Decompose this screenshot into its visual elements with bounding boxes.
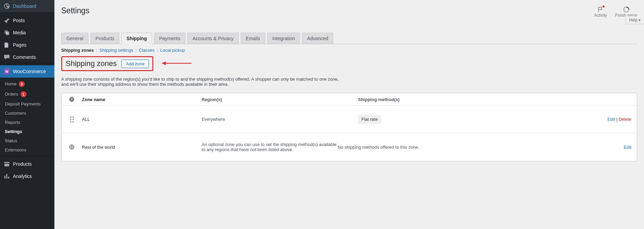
media-icon xyxy=(3,29,10,36)
edit-link[interactable]: Edit xyxy=(624,145,631,150)
svg-text:?: ? xyxy=(71,97,73,101)
sidebar-item-products[interactable]: Products xyxy=(0,158,54,170)
sublink-settings[interactable]: Shipping settings xyxy=(100,48,133,53)
tab-emails[interactable]: Emails xyxy=(241,33,265,44)
badge: 3 xyxy=(19,81,25,87)
admin-sidebar: Dashboard Posts Media Pages Comments W W… xyxy=(0,0,54,229)
help-tab[interactable]: Help xyxy=(625,16,644,24)
progress-icon xyxy=(623,6,630,13)
sidebar-label: Products xyxy=(13,161,32,167)
sublink-local-pickup[interactable]: Local pickup xyxy=(160,48,185,53)
table-row: ALL Everywhere Flat rate Edit | Delete xyxy=(62,105,637,133)
section-heading: Shipping zones xyxy=(66,59,117,68)
woo-sub-deposit[interactable]: Deposit Payments xyxy=(0,99,54,109)
zones-table: ? Zone name Region(s) Shipping method(s)… xyxy=(61,93,637,161)
sidebar-item-posts[interactable]: Posts xyxy=(0,14,54,27)
badge: 1 xyxy=(20,91,27,97)
tab-advanced[interactable]: Advanced xyxy=(302,33,333,44)
tab-payments[interactable]: Payments xyxy=(154,33,185,44)
sidebar-label: Dashboard xyxy=(13,3,36,9)
sidebar-label: Comments xyxy=(13,54,36,60)
flag-icon xyxy=(597,6,604,13)
zone-method: Flat rate xyxy=(358,115,591,124)
add-zone-button[interactable]: Add zone xyxy=(121,60,149,68)
notification-dot xyxy=(603,5,605,7)
topbar: Settings Activity Finish setup xyxy=(61,0,637,21)
annotation-highlight: Shipping zones Add zone xyxy=(61,56,153,71)
table-header: ? Zone name Region(s) Shipping method(s) xyxy=(62,93,637,105)
woo-sub-status[interactable]: Status xyxy=(0,136,54,145)
comments-icon xyxy=(3,54,10,61)
zone-name: Rest of the world xyxy=(82,145,202,150)
shipping-sublinks: Shipping zones | Shipping settings | Cla… xyxy=(61,44,637,56)
zone-name: ALL xyxy=(82,117,202,122)
sidebar-label: WooCommerce xyxy=(13,69,46,74)
sidebar-item-pages[interactable]: Pages xyxy=(0,39,54,51)
col-region: Region(s) xyxy=(202,97,358,102)
sidebar-item-analytics[interactable]: Analytics xyxy=(0,170,54,182)
tab-shipping[interactable]: Shipping xyxy=(121,33,152,44)
sidebar-item-dashboard[interactable]: Dashboard xyxy=(0,0,54,12)
dashboard-icon xyxy=(3,3,10,10)
page-title: Settings xyxy=(61,6,89,15)
tab-products[interactable]: Products xyxy=(90,33,119,44)
woo-submenu: Home3 Orders1 Deposit Payments Customers… xyxy=(0,78,54,156)
analytics-icon xyxy=(3,173,10,180)
help-icon[interactable]: ? xyxy=(62,97,82,102)
sidebar-label: Media xyxy=(13,30,26,35)
zone-region: Everywhere xyxy=(202,117,358,122)
products-icon xyxy=(3,161,10,167)
col-zone-name: Zone name xyxy=(82,97,202,102)
woo-sub-settings[interactable]: Settings xyxy=(0,127,54,136)
sidebar-item-media[interactable]: Media xyxy=(0,27,54,39)
sidebar-label: Pages xyxy=(13,42,27,48)
sublink-classes[interactable]: Classes xyxy=(139,48,154,53)
activity-button[interactable]: Activity xyxy=(594,6,607,18)
svg-marker-2 xyxy=(162,61,166,65)
tab-accounts-privacy[interactable]: Accounts & Privacy xyxy=(187,33,239,44)
section-description: A shipping zone consists of the region(s… xyxy=(61,77,340,87)
woo-sub-extensions[interactable]: Extensions xyxy=(0,145,54,154)
delete-link[interactable]: Delete xyxy=(618,117,631,122)
sidebar-label: Posts xyxy=(13,18,25,23)
method-chip: Flat rate xyxy=(358,115,381,124)
edit-link[interactable]: Edit xyxy=(607,117,615,122)
drag-handle[interactable] xyxy=(62,116,82,122)
woo-sub-home[interactable]: Home3 xyxy=(0,79,54,89)
zone-region: An optional zone you can use to set the … xyxy=(202,142,338,152)
sidebar-item-comments[interactable]: Comments xyxy=(0,51,54,63)
globe-icon xyxy=(62,144,82,150)
sidebar-item-woocommerce[interactable]: W WooCommerce xyxy=(0,65,54,78)
annotation-arrow xyxy=(162,59,192,69)
col-method: Shipping method(s) xyxy=(358,97,591,102)
main-content: Settings Activity Finish setup Help xyxy=(54,0,644,229)
tab-integration[interactable]: Integration xyxy=(267,33,300,44)
tab-general[interactable]: General xyxy=(61,33,88,44)
woo-sub-orders[interactable]: Orders1 xyxy=(0,89,54,99)
zone-method: No shipping methods offered to this zone… xyxy=(338,145,591,150)
table-row: Rest of the world An optional zone you c… xyxy=(62,133,637,161)
woo-sub-reports[interactable]: Reports xyxy=(0,118,54,127)
pin-icon xyxy=(3,17,10,24)
pages-icon xyxy=(3,42,10,48)
sidebar-label: Analytics xyxy=(13,174,32,179)
sublink-zones[interactable]: Shipping zones xyxy=(61,48,94,53)
woo-sub-customers[interactable]: Customers xyxy=(0,109,54,118)
finish-setup-button[interactable]: Finish setup xyxy=(615,6,637,18)
woo-icon: W xyxy=(3,68,10,75)
settings-tabs: General Products Shipping Payments Accou… xyxy=(61,33,637,44)
